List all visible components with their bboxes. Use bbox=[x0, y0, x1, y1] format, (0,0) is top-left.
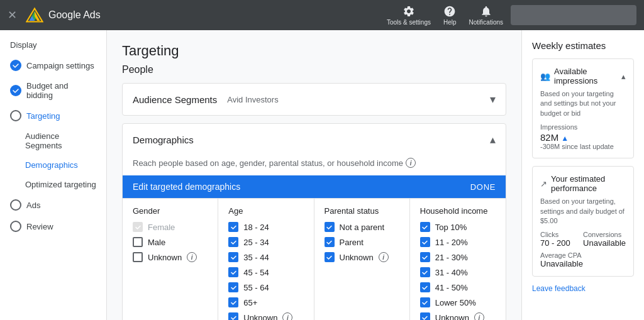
sidebar-label: Optimized targeting bbox=[25, 180, 96, 189]
income-11-row[interactable]: 11 - 20% bbox=[420, 237, 496, 247]
age-45-row[interactable]: 45 - 54 bbox=[228, 267, 303, 277]
cpa-value: Unavailable bbox=[540, 259, 626, 268]
income-column: Household income Top 10% 11 - 20% bbox=[410, 199, 506, 320]
checkbox-checked bbox=[228, 282, 238, 292]
trend-up-icon: ▲ bbox=[561, 134, 569, 143]
audience-card-subtitle: Avid Investors bbox=[227, 95, 278, 104]
income-unknown-row[interactable]: Unknown i bbox=[420, 312, 496, 320]
sidebar-item-ads[interactable]: Ads bbox=[0, 194, 106, 216]
sidebar-item-display[interactable]: Display bbox=[0, 35, 106, 55]
info-icon[interactable]: i bbox=[379, 252, 389, 262]
circle-icon bbox=[10, 110, 21, 121]
parental-parent-row[interactable]: Parent bbox=[325, 237, 399, 247]
income-21-label: 21 - 30% bbox=[435, 253, 468, 262]
gender-col-title: Gender bbox=[133, 206, 208, 216]
age-65-row[interactable]: 65+ bbox=[228, 297, 303, 307]
checkbox-checked bbox=[228, 252, 238, 262]
age-35-row[interactable]: 35 - 44 bbox=[228, 252, 303, 262]
checkbox-disabled bbox=[133, 222, 143, 232]
close-button[interactable]: ✕ bbox=[8, 8, 17, 22]
sidebar-item-budget[interactable]: Budget and bidding bbox=[0, 76, 106, 105]
checkbox-checked bbox=[420, 222, 430, 232]
income-41-row[interactable]: 41 - 50% bbox=[420, 282, 496, 292]
gender-female-row[interactable]: Female bbox=[133, 222, 208, 232]
audience-card: Audience Segments Avid Investors ▾ bbox=[122, 83, 506, 116]
info-icon[interactable]: i bbox=[187, 252, 197, 262]
circle-icon bbox=[10, 221, 21, 232]
panel-title: Weekly estimates bbox=[532, 40, 634, 51]
gender-unknown-label: Unknown bbox=[148, 253, 182, 262]
checkbox-checked bbox=[325, 252, 335, 262]
notifications-button[interactable]: Notifications bbox=[464, 3, 508, 28]
income-col-title: Household income bbox=[420, 206, 496, 216]
search-input[interactable] bbox=[511, 5, 636, 25]
gender-male-row[interactable]: Male bbox=[133, 237, 208, 247]
income-top10-row[interactable]: Top 10% bbox=[420, 222, 496, 232]
tools-settings-button[interactable]: Tools & settings bbox=[382, 3, 436, 28]
demo-card-header[interactable]: Demographics ▴ bbox=[123, 124, 506, 155]
income-31-row[interactable]: 31 - 40% bbox=[420, 267, 496, 277]
checkbox-checked bbox=[228, 222, 238, 232]
checkbox-checked bbox=[325, 237, 335, 247]
notifications-label: Notifications bbox=[469, 19, 503, 26]
performance-metrics-row: Clicks 70 - 200 Conversions Unavailable bbox=[540, 231, 626, 248]
sidebar-item-review[interactable]: Review bbox=[0, 216, 106, 237]
tools-label: Tools & settings bbox=[387, 19, 431, 26]
main-content: Targeting People Audience Segments Avid … bbox=[107, 30, 521, 320]
info-icon[interactable]: i bbox=[282, 312, 292, 320]
impressions-title: 👥 Available impressions bbox=[540, 67, 621, 86]
sidebar-item-campaign-settings[interactable]: Campaign settings bbox=[0, 55, 106, 76]
checkbox-checked bbox=[420, 282, 430, 292]
sidebar-label: Targeting bbox=[26, 111, 60, 121]
age-55-row[interactable]: 55 - 64 bbox=[228, 282, 303, 292]
income-lower50-row[interactable]: Lower 50% bbox=[420, 297, 496, 307]
edit-bar: Edit targeted demographics DONE bbox=[123, 175, 506, 198]
sidebar-item-targeting[interactable]: Targeting bbox=[0, 105, 106, 126]
clicks-metric: Clicks 70 - 200 bbox=[540, 231, 570, 248]
help-button[interactable]: Help bbox=[438, 3, 462, 28]
topbar: ✕ Google Ads Tools & settings Help Notif… bbox=[0, 0, 644, 30]
demographics-card: Demographics ▴ Reach people based on age… bbox=[122, 123, 506, 320]
age-col-title: Age bbox=[228, 206, 303, 216]
income-21-row[interactable]: 21 - 30% bbox=[420, 252, 496, 262]
age-25-label: 25 - 34 bbox=[243, 238, 269, 247]
conversions-value: Unavailable bbox=[583, 238, 626, 248]
income-11-label: 11 - 20% bbox=[435, 238, 468, 247]
clicks-label: Clicks bbox=[540, 231, 570, 238]
income-31-label: 31 - 40% bbox=[435, 268, 468, 277]
age-unknown-label: Unknown bbox=[243, 313, 277, 321]
audience-card-header[interactable]: Audience Segments Avid Investors ▾ bbox=[123, 84, 506, 115]
income-unknown-label: Unknown bbox=[435, 313, 469, 321]
age-18-label: 18 - 24 bbox=[243, 223, 269, 232]
checkbox-unchecked bbox=[133, 252, 143, 262]
age-18-row[interactable]: 18 - 24 bbox=[228, 222, 303, 232]
info-icon[interactable]: i bbox=[406, 158, 416, 168]
age-column: Age 18 - 24 25 - 34 bbox=[218, 199, 314, 320]
sidebar-label: Campaign settings bbox=[26, 61, 94, 70]
age-25-row[interactable]: 25 - 34 bbox=[228, 237, 303, 247]
feedback-link[interactable]: Leave feedback bbox=[532, 284, 634, 293]
gender-unknown-row[interactable]: Unknown i bbox=[133, 252, 208, 262]
impressions-metric-label: Impressions bbox=[540, 123, 626, 131]
edit-bar-label: Edit targeted demographics bbox=[133, 182, 240, 192]
parental-notparent-label: Not a parent bbox=[340, 223, 385, 232]
age-unknown-row[interactable]: Unknown i bbox=[228, 312, 303, 320]
sidebar-item-demographics[interactable]: Demographics bbox=[0, 155, 106, 175]
parental-notparent-row[interactable]: Not a parent bbox=[325, 222, 399, 232]
done-button[interactable]: DONE bbox=[470, 182, 496, 192]
parental-unknown-row[interactable]: Unknown i bbox=[325, 252, 399, 262]
sidebar-item-audience[interactable]: Audience Segments bbox=[0, 126, 106, 155]
impressions-sub: -308M since last update bbox=[540, 143, 626, 150]
performance-header: ↗ Your estimated performance bbox=[540, 174, 626, 193]
sidebar: Display Campaign settings Budget and bid… bbox=[0, 30, 107, 320]
info-icon[interactable]: i bbox=[474, 312, 484, 320]
impressions-header: 👥 Available impressions ▴ bbox=[540, 67, 626, 86]
chevron-up-icon[interactable]: ▴ bbox=[621, 72, 626, 81]
sidebar-label: Budget and bidding bbox=[26, 81, 96, 100]
gender-column: Gender Female Male Unknown i bbox=[123, 199, 218, 320]
income-lower50-label: Lower 50% bbox=[435, 298, 476, 307]
sidebar-item-optimized[interactable]: Optimized targeting bbox=[0, 175, 106, 194]
topbar-icons: Tools & settings Help Notifications bbox=[382, 3, 636, 28]
income-41-label: 41 - 50% bbox=[435, 283, 468, 292]
check-icon bbox=[10, 60, 21, 71]
